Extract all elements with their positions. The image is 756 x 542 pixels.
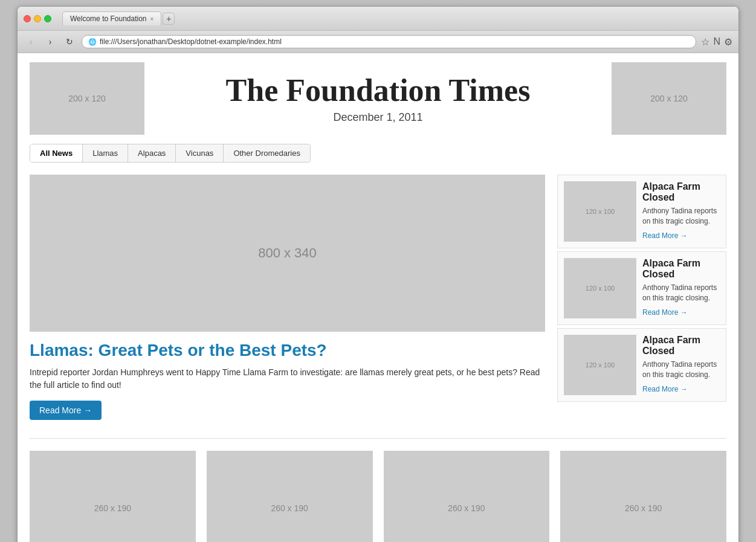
sidebar-read-more-2[interactable]: Read More → [642, 308, 688, 317]
grid-item-4: 260 x 190 [560, 451, 726, 542]
header-title-area: The Foundation Times December 1, 2011 [144, 73, 612, 123]
sidebar-article-1: 120 x 100 Alpaca Farm Closed Anthony Tad… [557, 175, 726, 248]
browser-window: Welcome to Foundation × + ‹ › ↻ 🌐 file:/… [17, 6, 739, 542]
bookmark-button[interactable]: ☆ [701, 36, 709, 48]
sidebar-read-more-3[interactable]: Read More → [642, 385, 688, 393]
featured-read-more-button[interactable]: Read More → [30, 401, 102, 420]
address-text: file:///Users/jonathan/Desktop/dotnet-ex… [100, 37, 282, 46]
featured-excerpt: Intrepid reporter Jordan Humphreys went … [30, 366, 545, 392]
close-button[interactable] [24, 15, 31, 22]
nav-tabs: All News Llamas Alpacas Vicunas Other Dr… [30, 144, 311, 163]
section-divider [30, 438, 726, 439]
maximize-button[interactable] [44, 15, 51, 22]
grid-item-2: 260 x 190 [207, 451, 373, 542]
tab-bar: Welcome to Foundation × + [62, 11, 732, 25]
sidebar-thumb-3: 120 x 100 [564, 335, 636, 395]
sidebar-text-3: Alpaca Farm Closed Anthony Tadina report… [642, 335, 720, 395]
sidebar-title-2: Alpaca Farm Closed [642, 258, 720, 280]
site-header: 200 x 120 The Foundation Times December … [30, 62, 726, 135]
sidebar-excerpt-1: Anthony Tadina reports on this tragic cl… [642, 206, 720, 227]
featured-image: 800 x 340 [30, 175, 545, 332]
site-date: December 1, 2011 [144, 111, 612, 124]
address-bar[interactable]: 🌐 file:///Users/jonathan/Desktop/dotnet-… [82, 35, 696, 48]
sidebar-article-2: 120 x 100 Alpaca Farm Closed Anthony Tad… [557, 251, 726, 325]
tab-vicunas[interactable]: Vicunas [176, 144, 224, 162]
browser-tab[interactable]: Welcome to Foundation × [62, 11, 161, 25]
main-layout: 800 x 340 Llamas: Great Pets or the Best… [30, 175, 726, 420]
address-icon: 🌐 [88, 38, 97, 46]
reload-button[interactable]: ↻ [62, 34, 77, 49]
tab-llamas[interactable]: Llamas [83, 144, 128, 162]
sidebar-thumb-2: 120 x 100 [564, 258, 636, 318]
grid-item-1: 260 x 190 [30, 451, 196, 542]
tab-other-dromedaries[interactable]: Other Dromedaries [224, 144, 310, 162]
grid-item-3: 260 x 190 [384, 451, 550, 542]
header-logo-right: 200 x 120 [612, 62, 726, 135]
back-button[interactable]: ‹ [24, 34, 38, 49]
sidebar-text-1: Alpaca Farm Closed Anthony Tadina report… [642, 181, 720, 242]
minimize-button[interactable] [34, 15, 41, 22]
sidebar-thumb-1: 120 x 100 [564, 181, 636, 242]
browser-toolbar: ‹ › ↻ 🌐 file:///Users/jonathan/Desktop/d… [18, 31, 738, 53]
sidebar-excerpt-3: Anthony Tadina reports on this tragic cl… [642, 360, 720, 380]
header-logo-left: 200 x 120 [30, 62, 144, 135]
settings-button[interactable]: ⚙ [724, 36, 732, 48]
sidebar-articles: 120 x 100 Alpaca Farm Closed Anthony Tad… [557, 175, 726, 420]
new-tab-button[interactable]: + [163, 13, 175, 25]
tab-close-icon[interactable]: × [150, 16, 154, 22]
tab-title: Welcome to Foundation [70, 15, 147, 23]
traffic-lights [24, 15, 51, 22]
sidebar-read-more-1[interactable]: Read More → [642, 231, 688, 240]
sidebar-title-3: Alpaca Farm Closed [642, 335, 720, 356]
sidebar-title-1: Alpaca Farm Closed [642, 181, 720, 203]
sidebar-text-2: Alpaca Farm Closed Anthony Tadina report… [642, 258, 720, 318]
sidebar-excerpt-2: Anthony Tadina reports on this tragic cl… [642, 283, 720, 303]
sidebar-article-3: 120 x 100 Alpaca Farm Closed Anthony Tad… [557, 328, 726, 402]
toolbar-icons: ☆ N ⚙ [701, 36, 732, 48]
featured-article: 800 x 340 Llamas: Great Pets or the Best… [30, 175, 545, 420]
page-content: 200 x 120 The Foundation Times December … [18, 53, 738, 542]
featured-title[interactable]: Llamas: Great Pets or the Best Pets? [30, 341, 545, 360]
tab-all-news[interactable]: All News [30, 144, 83, 162]
bottom-grid: 260 x 190 260 x 190 260 x 190 260 x 190 [30, 451, 726, 542]
tab-alpacas[interactable]: Alpacas [128, 144, 176, 162]
titlebar: Welcome to Foundation × + [18, 7, 738, 31]
n-button[interactable]: N [713, 36, 720, 47]
site-title: The Foundation Times [144, 73, 612, 108]
forward-button[interactable]: › [43, 34, 57, 49]
